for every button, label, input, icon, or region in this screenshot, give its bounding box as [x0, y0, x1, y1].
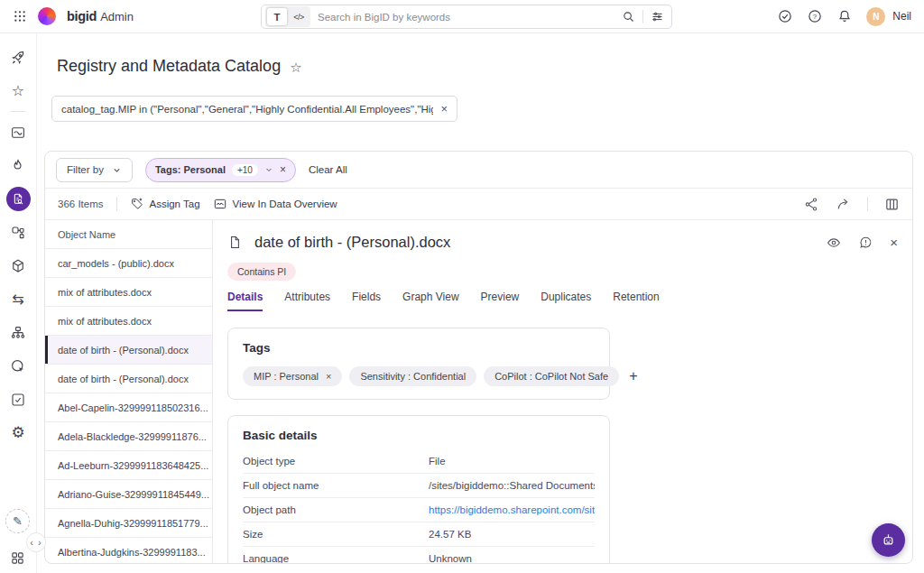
query-filter-box[interactable]: catalog_tag.MIP in ("Personal","General"…	[51, 96, 457, 122]
sidebar-item-infrastructure[interactable]	[0, 316, 36, 349]
detail-row: LanguageUnknown	[243, 547, 595, 563]
list-item[interactable]: Albertina-Judgkins-3299991183...	[45, 538, 212, 564]
search-filters-icon[interactable]	[651, 10, 664, 23]
list-item[interactable]: date of birth - (Personal).docx	[45, 336, 212, 365]
more-tags-badge[interactable]: +10	[232, 164, 258, 176]
sidebar-item-tasks[interactable]	[0, 383, 36, 416]
sidebar: ☆	[0, 33, 37, 573]
sidebar-divider	[10, 111, 26, 112]
close-detail-icon[interactable]: ×	[890, 235, 898, 250]
status-check-icon[interactable]	[777, 8, 793, 24]
columns-button[interactable]	[884, 197, 900, 212]
sidebar-item-catalog[interactable]	[0, 182, 36, 216]
code-mode-button[interactable]: </>	[289, 8, 309, 25]
object-list-panel: Object Name car_models - (public).docxmi…	[45, 220, 213, 563]
page-title: Registry and Metadata Catalog	[57, 57, 281, 76]
rocket-icon	[10, 50, 26, 66]
tab-retention[interactable]: Retention	[613, 291, 659, 311]
detail-row-value: Unknown	[429, 553, 472, 563]
sidebar-item-explorer[interactable]	[0, 349, 36, 383]
checklist-icon	[10, 392, 26, 408]
preview-eye-button[interactable]	[826, 235, 842, 251]
filter-by-dropdown[interactable]: Filter by	[56, 158, 133, 182]
list-item-label: Albertina-Judgkins-3299991183...	[58, 547, 206, 558]
globe-pointer-icon	[10, 358, 26, 374]
sidebar-item-favorites[interactable]: ☆	[0, 74, 36, 107]
search-icon[interactable]	[622, 10, 635, 23]
copilot-fab-button[interactable]	[872, 523, 905, 557]
sidebar-item-workflow[interactable]	[0, 216, 36, 249]
tab-attributes[interactable]: Attributes	[284, 291, 330, 311]
list-item-label: Abel-Capelin-329999118502316...	[58, 402, 208, 413]
list-item[interactable]: Agnella-Duhig-32999911851779...	[45, 509, 212, 538]
app-launcher-icon[interactable]	[13, 9, 27, 23]
sidebar-item-risk[interactable]	[0, 149, 36, 182]
list-item-label: date of birth - (Personal).docx	[58, 345, 189, 356]
tab-graph-view[interactable]: Graph View	[402, 291, 458, 311]
chevron-down-icon	[264, 165, 273, 174]
tab-details[interactable]: Details	[227, 291, 263, 311]
global-search[interactable]: T </>	[261, 5, 672, 29]
clear-all-button[interactable]: Clear All	[309, 164, 347, 175]
query-close-icon[interactable]: ×	[440, 102, 448, 116]
snapshot-wave-icon	[10, 125, 26, 141]
brand-name: bigid	[67, 9, 97, 23]
tag-chip-label: MIP : Personal	[254, 371, 319, 382]
text-mode-button[interactable]: T	[267, 8, 287, 25]
tab-preview[interactable]: Preview	[481, 291, 520, 311]
tag-chip[interactable]: Sensitivity : Confidential	[349, 366, 476, 386]
avatar[interactable]: N	[866, 7, 885, 26]
detail-row: Object typeFile	[243, 449, 595, 474]
robot-icon	[880, 531, 897, 549]
list-item[interactable]: mix of attributes.docx	[45, 307, 212, 336]
tag-chip[interactable]: CoPilot : CoPilot Not Safe	[484, 366, 619, 386]
help-icon[interactable]: ?	[807, 8, 823, 24]
brand-suffix: Admin	[100, 10, 134, 23]
comment-button[interactable]	[858, 235, 873, 250]
detail-title: date of birth - (Personal).docx	[254, 234, 450, 251]
toolbar-divider	[867, 197, 868, 211]
eye-icon	[826, 235, 842, 251]
detail-row-link[interactable]: https://bigiddemo.sharepoint.com/sites/b…	[429, 504, 595, 515]
annotate-button[interactable]: ✎	[5, 509, 30, 533]
list-item[interactable]: date of birth - (Personal).docx	[45, 365, 212, 393]
star-icon: ☆	[12, 84, 24, 98]
remove-filter-icon[interactable]: ×	[280, 163, 286, 176]
sidebar-item-rocket[interactable]	[0, 41, 36, 74]
sidebar-item-data-movement[interactable]: ⇆	[0, 282, 36, 316]
sidebar-item-snapshot[interactable]	[0, 116, 36, 149]
tab-fields[interactable]: Fields	[352, 291, 381, 311]
list-item[interactable]: Ad-Leeburn-3299991183648425...	[45, 451, 212, 480]
share-button[interactable]	[804, 197, 819, 212]
list-item[interactable]: Abel-Capelin-329999118502316...	[45, 393, 212, 422]
export-button[interactable]	[836, 197, 851, 212]
notifications-bell-icon[interactable]	[836, 8, 853, 24]
tab-duplicates[interactable]: Duplicates	[541, 291, 591, 311]
swap-arrows-icon: ⇆	[12, 292, 23, 307]
favorite-star-icon[interactable]: ☆	[290, 58, 301, 76]
sidebar-collapse-toggle[interactable]: ‹ ›	[26, 532, 46, 552]
sidebar-item-settings[interactable]: ⚙	[0, 416, 36, 449]
detail-row-value: File	[429, 456, 446, 467]
list-item[interactable]: Adriano-Guise-32999911845449...	[45, 480, 212, 509]
assign-tag-button[interactable]: Assign Tag	[130, 197, 200, 211]
list-item[interactable]: mix of attributes.docx	[45, 278, 212, 307]
tags-filter-chip[interactable]: Tags: Personal +10 ×	[145, 158, 296, 182]
sidebar-item-sandbox[interactable]	[0, 249, 36, 282]
user-name[interactable]: Neil	[892, 10, 911, 23]
tag-chip-label: CoPilot : CoPilot Not Safe	[494, 371, 608, 382]
view-overview-button[interactable]: View In Data Overview	[213, 197, 337, 211]
search-input[interactable]	[318, 12, 622, 23]
list-item-label: date of birth - (Personal).docx	[58, 374, 189, 384]
list-item[interactable]: car_models - (public).docx	[45, 249, 212, 278]
contains-pi-badge: Contains PI	[227, 263, 296, 281]
tag-chip[interactable]: MIP : Personal×	[243, 366, 342, 386]
apps-grid-button[interactable]	[10, 550, 25, 566]
detail-row: Size24.57 KB	[243, 522, 595, 547]
basic-details-title: Basic details	[243, 429, 595, 442]
remove-tag-icon[interactable]: ×	[326, 371, 331, 382]
tag-plus-icon	[130, 197, 144, 211]
tags-card-title: Tags	[243, 341, 595, 355]
add-tag-button[interactable]: +	[629, 368, 637, 384]
list-item[interactable]: Adela-Blackledge-32999911876...	[45, 422, 212, 451]
